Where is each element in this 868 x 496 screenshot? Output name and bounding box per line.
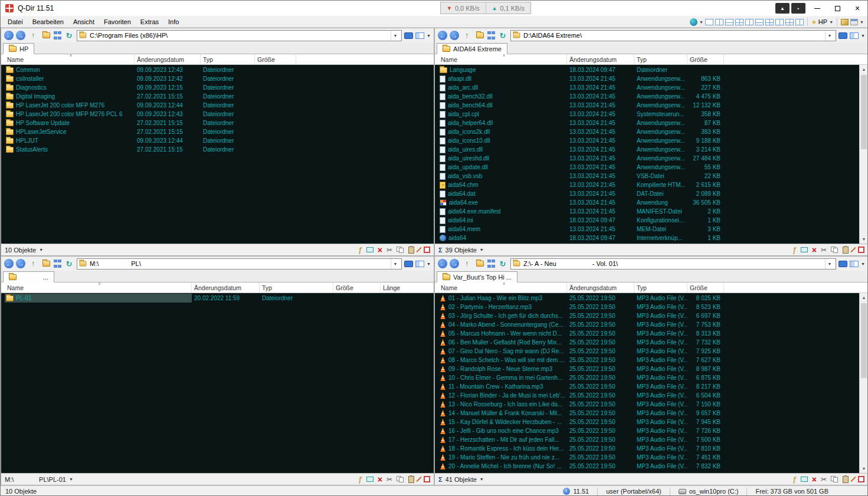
- menu-favoriten[interactable]: Favoriten: [99, 17, 136, 27]
- close-button[interactable]: ×: [847, 1, 867, 16]
- file-row[interactable]: afaapi.dll13.03.2024 21:45Anwendungserw.…: [435, 74, 868, 83]
- paste-icon[interactable]: [408, 247, 414, 254]
- copy-icon[interactable]: [831, 247, 838, 254]
- split-dropdown-icon[interactable]: ▼: [861, 34, 865, 38]
- scroll-up-icon[interactable]: ▲: [860, 293, 868, 302]
- quick-view-button[interactable]: [404, 32, 413, 39]
- scroll-down-icon[interactable]: ▼: [860, 464, 868, 473]
- file-row[interactable]: PL-0120.02.2022 11:59Dateiordner: [1, 294, 434, 303]
- address-bar[interactable]: C:\Program Files (x86)\HP\ ▼: [77, 30, 402, 41]
- properties-icon[interactable]: [858, 476, 864, 482]
- column-header-name[interactable]: Name∧: [5, 54, 135, 64]
- address-bar[interactable]: D:\AIDA64 Extreme\ ▼: [510, 30, 836, 41]
- rollup-button[interactable]: ▲: [775, 3, 790, 14]
- file-row[interactable]: HPLaserJetService27.02.2021 15:15Dateior…: [1, 127, 434, 136]
- file-row[interactable]: HP LaserJet 200 color MFP M27609.09.2023…: [1, 101, 434, 110]
- paste-icon[interactable]: [408, 476, 414, 483]
- menu-bearbeiten[interactable]: Bearbeiten: [28, 17, 68, 27]
- magic-tool-icon[interactable]: [841, 19, 849, 25]
- refresh-button[interactable]: ↻: [64, 258, 74, 269]
- file-row[interactable]: 17 - Herzschatten - Mit Dir auf jeden Fa…: [435, 435, 868, 444]
- status-dropdown-icon[interactable]: ▼: [39, 248, 43, 252]
- file-row[interactable]: HP LaserJet 200 color MFP M276 PCL 609.0…: [1, 110, 434, 119]
- vertical-scrollbar[interactable]: ▲ ▼: [859, 65, 868, 244]
- file-row[interactable]: aida64.exe.manifest13.03.2024 21:45MANIF…: [435, 207, 868, 216]
- folder-up-button[interactable]: ↑: [28, 30, 38, 41]
- column-header-name[interactable]: Name∧: [5, 283, 192, 293]
- paste-icon[interactable]: [843, 247, 849, 254]
- forward-button[interactable]: →: [450, 259, 459, 268]
- filter-icon[interactable]: ƒ: [792, 246, 797, 254]
- refresh-button[interactable]: ↻: [497, 30, 508, 41]
- filter-icon[interactable]: ƒ: [792, 475, 797, 484]
- file-row[interactable]: HP Software Update27.02.2021 15:15Dateio…: [1, 119, 434, 127]
- refresh-button[interactable]: ↻: [64, 30, 74, 41]
- file-row[interactable]: 02 - Partymix - Herzerltanz.mp325.05.202…: [435, 303, 868, 311]
- select-icon[interactable]: [801, 477, 808, 482]
- cut-icon[interactable]: ✂: [821, 475, 827, 484]
- cut-icon[interactable]: ✂: [386, 475, 392, 484]
- file-row[interactable]: 14 - Manuel Müller & Frank Konarski - Mi…: [435, 409, 868, 418]
- filter-icon[interactable]: ƒ: [358, 475, 362, 484]
- new-folder-button[interactable]: [474, 30, 485, 41]
- file-row[interactable]: aida_icons2k.dll13.03.2024 21:45Anwendun…: [435, 127, 868, 136]
- pane-layout-icon[interactable]: [755, 19, 764, 25]
- file-row[interactable]: aida_update.dll13.03.2024 21:45Anwendung…: [435, 163, 868, 172]
- file-row[interactable]: 05 - Marcus Hofmann - Wer wenn nicht D..…: [435, 329, 868, 338]
- file-row[interactable]: aida64.exe13.03.2024 21:45Anwendung36 50…: [435, 198, 868, 207]
- pane-layout-icon[interactable]: [725, 19, 733, 25]
- new-folder-button[interactable]: [41, 258, 51, 269]
- menu-extras[interactable]: Extras: [136, 17, 163, 27]
- forward-button[interactable]: →: [450, 31, 459, 40]
- split-view-button[interactable]: [850, 261, 859, 267]
- scroll-down-icon[interactable]: ▼: [860, 235, 868, 244]
- pane-layout-icon[interactable]: [735, 19, 743, 25]
- forward-button[interactable]: →: [16, 259, 25, 268]
- edit-icon[interactable]: [418, 247, 420, 253]
- file-row[interactable]: 16 - Jelfi - Gib uns noch eine Chance.mp…: [435, 426, 868, 435]
- split-dropdown-icon[interactable]: ▼: [861, 262, 865, 266]
- filter-icon[interactable]: ƒ: [358, 246, 362, 254]
- file-row[interactable]: 18 - Romantik Express - Ich küss dein He…: [435, 444, 868, 453]
- favorite-hp-button[interactable]: HP: [818, 18, 827, 25]
- split-view-button[interactable]: [415, 32, 424, 39]
- address-dropdown-button[interactable]: ▼: [825, 259, 834, 269]
- split-dropdown-icon[interactable]: ▼: [427, 262, 431, 266]
- file-row[interactable]: aida_uireshd.dll13.03.2024 21:45Anwendun…: [435, 154, 868, 163]
- delete-icon[interactable]: ×: [378, 475, 382, 484]
- file-row[interactable]: csiInstaller09.09.2023 12:42Dateiordner: [1, 74, 434, 83]
- file-row[interactable]: aida_vsb.vsb13.03.2024 21:45VSB-Datei22 …: [435, 172, 868, 180]
- select-icon[interactable]: [366, 247, 374, 252]
- address-dropdown-button[interactable]: ▼: [391, 31, 399, 41]
- file-row[interactable]: 15 - Kay Dörfel & Wildecker Herzbuben - …: [435, 418, 868, 426]
- address-bar[interactable]: Z:\- A - Neu - Vol. 01\ ▼: [510, 258, 836, 270]
- file-row[interactable]: 01 - Julian Haag - Wie ein Blitz.mp325.0…: [435, 294, 868, 303]
- file-row[interactable]: Common09.09.2023 12:43Dateiordner: [1, 65, 434, 74]
- column-header-typ[interactable]: Typ: [260, 283, 333, 293]
- file-row[interactable]: aida6418.03.2024 09:47Internetverknüp...…: [435, 234, 868, 242]
- folder-tab[interactable]: HP: [3, 43, 34, 54]
- menu-datei[interactable]: Datei: [3, 17, 28, 27]
- pane-layout-icon[interactable]: [785, 19, 794, 25]
- forward-button[interactable]: →: [16, 31, 25, 40]
- view-mode-button[interactable]: [487, 30, 495, 41]
- folder-up-button[interactable]: ↑: [28, 258, 38, 269]
- minimize-button[interactable]: [807, 1, 827, 16]
- file-row[interactable]: aida64.mem13.03.2024 21:45MEM-Datei3 KB: [435, 225, 868, 234]
- file-row[interactable]: 03 - Jörg Schulte - Ich geh für dich dur…: [435, 311, 868, 320]
- tools-dropdown-icon[interactable]: ▼: [860, 20, 864, 24]
- file-row[interactable]: aida_helper64.dll13.03.2024 21:45Anwendu…: [435, 119, 868, 127]
- tray-button[interactable]: ▪: [791, 3, 805, 14]
- file-row[interactable]: aida_uires.dll13.03.2024 21:45Anwendungs…: [435, 145, 868, 154]
- file-row[interactable]: 08 - Marco Schelch - Was will sie mit de…: [435, 356, 868, 364]
- copy-icon[interactable]: [397, 476, 404, 483]
- select-icon[interactable]: [366, 477, 374, 482]
- file-row[interactable]: 10 - Chris Elmer - Gemma in mei Gartenh.…: [435, 373, 868, 382]
- file-row[interactable]: aida64.ini18.03.2024 09:47Konfigurations…: [435, 216, 868, 225]
- scrollbar-thumb[interactable]: [861, 303, 867, 378]
- pane-layout-icon[interactable]: [705, 19, 713, 25]
- menu-info[interactable]: Info: [163, 17, 184, 27]
- pane-layout-icon[interactable]: [715, 19, 723, 25]
- file-row[interactable]: 04 - Marko Abend - Sonnenuntergang (Ce..…: [435, 320, 868, 329]
- file-row[interactable]: aida64.dat13.03.2024 21:45DAT-Datei2 089…: [435, 189, 868, 198]
